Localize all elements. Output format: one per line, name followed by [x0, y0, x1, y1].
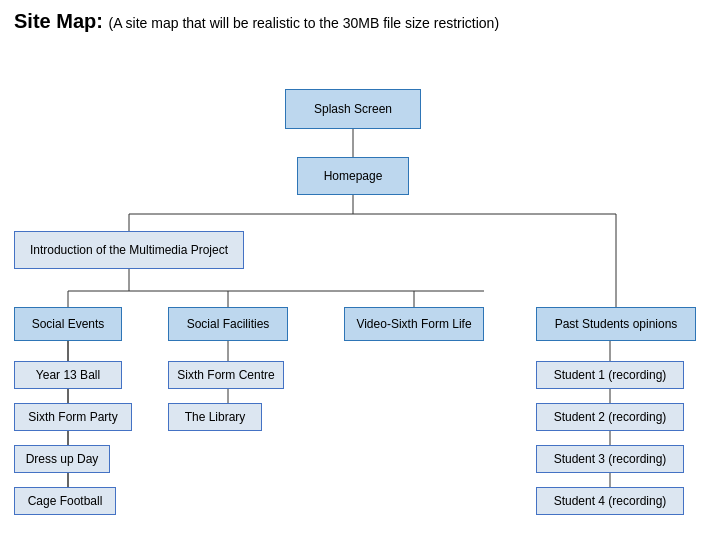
node-student2: Student 2 (recording)	[536, 403, 684, 431]
node-video: Video-Sixth Form Life	[344, 307, 484, 341]
node-past: Past Students opinions	[536, 307, 696, 341]
node-intro: Introduction of the Multimedia Project	[14, 231, 244, 269]
node-social-fac: Social Facilities	[168, 307, 288, 341]
node-sixthform-centre: Sixth Form Centre	[168, 361, 284, 389]
title-normal: (A site map that will be realistic to th…	[108, 15, 499, 31]
node-student4: Student 4 (recording)	[536, 487, 684, 515]
node-year13: Year 13 Ball	[14, 361, 122, 389]
node-sixthform-party: Sixth Form Party	[14, 403, 132, 431]
node-social-events: Social Events	[14, 307, 122, 341]
node-splash: Splash Screen	[285, 89, 421, 129]
sitemap-container: Splash Screen Homepage Introduction of t…	[0, 39, 720, 529]
node-student3: Student 3 (recording)	[536, 445, 684, 473]
node-homepage: Homepage	[297, 157, 409, 195]
node-library: The Library	[168, 403, 262, 431]
node-cage: Cage Football	[14, 487, 116, 515]
node-student1: Student 1 (recording)	[536, 361, 684, 389]
title-bold: Site Map:	[14, 10, 103, 32]
node-dressup: Dress up Day	[14, 445, 110, 473]
page-title: Site Map: (A site map that will be reali…	[0, 0, 720, 39]
